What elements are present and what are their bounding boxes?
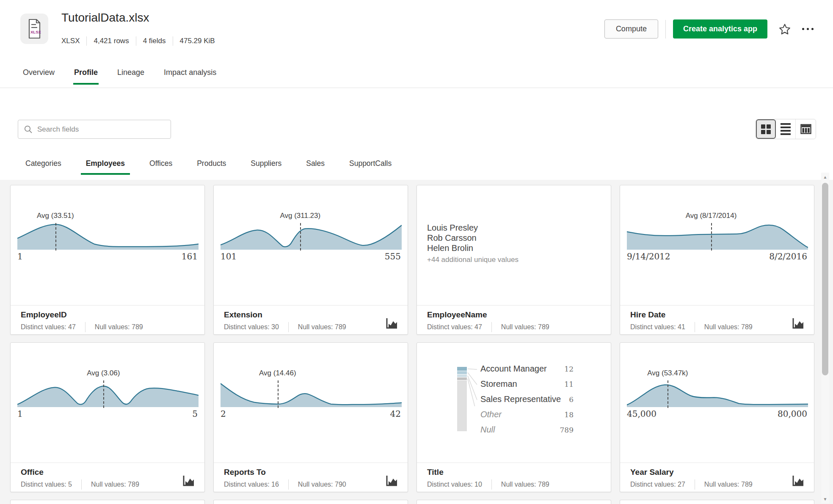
- axis-min-label: 1: [17, 409, 23, 419]
- search-fields-box[interactable]: [18, 120, 171, 139]
- card-chart-area: Louis PresleyRob CarssonHelen Brolin+44 …: [417, 185, 611, 305]
- card-chart-area: Avg (8/17/2014)9/14/20128/2/2016: [620, 185, 814, 305]
- axis-min-label: 2: [221, 409, 226, 419]
- field-name: Office: [21, 468, 194, 477]
- avg-annotation: Avg (53.47k): [647, 369, 688, 377]
- catalog-profile-page: XLSX TutorialData.xlsx XLSX4,421 rows4 f…: [0, 0, 833, 504]
- avg-dashed-line: [278, 380, 279, 408]
- scroll-down-arrow[interactable]: ▼: [821, 495, 829, 503]
- field-card-employeename[interactable]: Louis PresleyRob CarssonHelen Brolin+44 …: [416, 185, 611, 335]
- search-icon: [24, 125, 33, 134]
- field-stats: Distinct values: 47Null values: 789: [427, 322, 601, 332]
- null-values: Null values: 789: [95, 323, 143, 331]
- histogram-icon: [182, 475, 194, 488]
- histogram-icon: [385, 317, 397, 330]
- density-chart: [627, 223, 808, 250]
- more-options-icon[interactable]: [802, 28, 814, 30]
- bar-label-other: Other: [480, 410, 502, 419]
- stats-divider: [695, 479, 695, 490]
- field-name: EmployeeID: [21, 310, 194, 319]
- null-values: Null values: 789: [704, 481, 753, 488]
- tab-impact-analysis[interactable]: Impact analysis: [163, 66, 217, 85]
- avg-annotation: Avg (311.23): [280, 212, 320, 220]
- main-tabs: OverviewProfileLineageImpact analysis: [22, 66, 217, 85]
- table-tab-suppliers[interactable]: Suppliers: [245, 157, 287, 175]
- stats-divider: [288, 479, 289, 490]
- null-values: Null values: 789: [501, 323, 549, 331]
- null-values: Null values: 789: [91, 481, 139, 488]
- create-analytics-app-button[interactable]: Create analytics app: [673, 19, 767, 39]
- tab-overview[interactable]: Overview: [22, 66, 55, 85]
- field-name: Extension: [224, 310, 397, 319]
- card-footer: Hire DateDistinct values: 41Null values:…: [620, 305, 814, 334]
- field-name: EmployeeName: [427, 310, 601, 319]
- null-values: Null values: 790: [298, 481, 346, 488]
- vertical-scrollbar[interactable]: ▲ ▼: [821, 173, 829, 503]
- avg-dashed-line: [55, 223, 56, 251]
- field-card-partial: [620, 500, 814, 504]
- value-frequency-chart: Account Manager12Storeman11Sales Represe…: [417, 343, 611, 463]
- avg-annotation: Avg (33.51): [37, 212, 74, 220]
- density-chart: [627, 380, 808, 407]
- sample-value: Louis Presley: [427, 223, 611, 233]
- field-stats: Distinct values: 27Null values: 789: [630, 479, 804, 490]
- histogram-icon: [791, 475, 804, 488]
- field-card-reports-to[interactable]: Avg (14.46)242Reports ToDistinct values:…: [213, 342, 408, 492]
- tab-lineage[interactable]: Lineage: [116, 66, 145, 85]
- field-stats: Distinct values: 16Null values: 790: [224, 479, 397, 490]
- distinct-values: Distinct values: 47: [427, 323, 482, 331]
- distinct-values: Distinct values: 41: [630, 323, 685, 331]
- stats-divider: [491, 479, 492, 490]
- additional-values-note: +44 additional unique values: [427, 256, 611, 264]
- xlsx-file-icon: XLSX: [20, 14, 48, 44]
- density-chart: [17, 223, 199, 250]
- table-tab-employees[interactable]: Employees: [81, 157, 130, 175]
- distinct-values: Distinct values: 10: [427, 481, 482, 488]
- density-chart: [221, 380, 402, 407]
- table-tab-categories[interactable]: Categories: [20, 157, 66, 175]
- field-card-partial: [416, 500, 611, 504]
- table-tab-products[interactable]: Products: [192, 157, 231, 175]
- axis-max-label: 42: [390, 409, 401, 419]
- histogram-icon: [385, 475, 397, 488]
- sample-value: Rob Carsson: [427, 233, 611, 243]
- scrollbar-thumb[interactable]: [822, 183, 828, 375]
- file-meta-item: XLSX: [61, 37, 80, 45]
- scroll-up-arrow[interactable]: ▲: [821, 173, 829, 181]
- avg-dashed-line: [668, 380, 668, 408]
- compute-button[interactable]: Compute: [604, 19, 658, 39]
- card-chart-area: Avg (14.46)242: [214, 343, 408, 463]
- meta-separator: [86, 36, 87, 46]
- field-card-extension[interactable]: Avg (311.23)101555ExtensionDistinct valu…: [213, 185, 408, 335]
- file-meta-item: 4 fields: [143, 37, 166, 45]
- field-stats: Distinct values: 30Null values: 789: [224, 322, 397, 332]
- field-card-office[interactable]: Avg (3.06)15OfficeDistinct values: 5Null…: [10, 342, 205, 492]
- favorite-star-icon[interactable]: [778, 23, 791, 36]
- table-tab-supportcalls[interactable]: SupportCalls: [344, 157, 397, 175]
- field-card-year-salary[interactable]: Avg (53.47k)45,00080,000Year SalaryDisti…: [620, 342, 814, 492]
- field-card-title[interactable]: Account Manager12Storeman11Sales Represe…: [416, 342, 611, 492]
- axis-min-label: 101: [221, 251, 237, 262]
- card-footer: EmployeeIDDistinct values: 47Null values…: [11, 305, 204, 334]
- card-footer: Reports ToDistinct values: 16Null values…: [214, 463, 408, 492]
- axis-max-label: 161: [182, 251, 198, 262]
- field-card-hire-date[interactable]: Avg (8/17/2014)9/14/20128/2/2016Hire Dat…: [620, 185, 814, 335]
- histogram-icon: [791, 317, 804, 330]
- tabs-divider: [0, 88, 833, 88]
- table-view-icon[interactable]: [796, 119, 816, 139]
- field-card-employeeid[interactable]: Avg (33.51)1161EmployeeIDDistinct values…: [10, 185, 205, 335]
- tab-profile[interactable]: Profile: [73, 66, 99, 85]
- table-tab-offices[interactable]: Offices: [144, 157, 177, 175]
- file-meta-item: 475.29 KiB: [180, 37, 215, 45]
- page-title: TutorialData.xlsx: [61, 11, 149, 25]
- stats-divider: [695, 322, 695, 332]
- null-values: Null values: 789: [298, 323, 346, 331]
- axis-max-label: 8/2/2016: [769, 251, 807, 262]
- avg-annotation: Avg (8/17/2014): [686, 212, 737, 220]
- grid-view-icon[interactable]: [756, 119, 776, 139]
- distinct-values: Distinct values: 16: [224, 481, 279, 488]
- table-tab-sales[interactable]: Sales: [301, 157, 330, 175]
- search-fields-input[interactable]: [37, 125, 171, 134]
- card-chart-area: Avg (3.06)15: [11, 343, 204, 463]
- list-view-icon[interactable]: [776, 119, 796, 139]
